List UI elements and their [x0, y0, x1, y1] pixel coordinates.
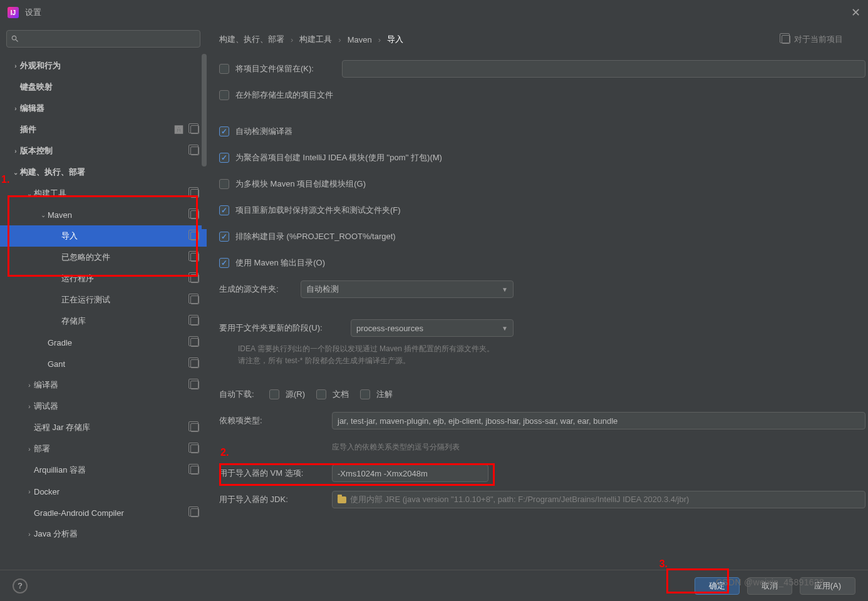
tree-item-13[interactable]: Gradle	[0, 332, 207, 353]
project-scope-icon	[782, 35, 790, 44]
chevron-right-icon: ›	[291, 35, 293, 44]
chevron-right-icon: ›	[378, 35, 381, 44]
settings-tree[interactable]: 外观和行为键盘映射编辑器插件🅰版本控制构建、执行、部署构建工具Maven导入已忽…	[0, 53, 207, 570]
project-scope-icon	[190, 253, 199, 262]
folder-icon	[338, 496, 346, 503]
hint-phase-2: 请注意，所有 test-* 阶段都会先生成并编译生产源。	[238, 355, 410, 367]
tree-label: 部署	[34, 443, 188, 455]
lbl-phase: 要用于文件夹更新的阶段(U):	[219, 322, 351, 334]
tree-label: 键盘映射	[20, 81, 199, 93]
cancel-button[interactable]: 取消	[747, 577, 792, 595]
chevron-right-icon	[25, 531, 34, 538]
chk-dl-src[interactable]	[269, 389, 279, 399]
chk-keep-src-test[interactable]	[219, 205, 229, 215]
chevron-down-icon	[39, 212, 48, 218]
lbl-dl-anno: 注解	[376, 389, 393, 400]
chevron-right-icon	[25, 488, 34, 495]
tree-item-7[interactable]: Maven	[0, 204, 207, 225]
tree-label: Maven	[48, 210, 188, 220]
project-scope-icon	[190, 359, 199, 368]
app-icon: IJ	[8, 7, 19, 18]
close-icon[interactable]: ✕	[851, 6, 860, 19]
tree-label: 运行程序	[61, 273, 188, 284]
lbl-keep-src-test: 项目重新加载时保持源文件夹和测试文件夹(F)	[235, 205, 401, 216]
input-deps[interactable]: jar, test-jar, maven-plugin, ejb, ejb-cl…	[332, 412, 865, 429]
tree-item-8[interactable]: 导入	[0, 225, 207, 247]
tree-label: 编译器	[34, 379, 188, 391]
select-gen-src[interactable]: 自动检测▼	[301, 280, 514, 298]
tree-item-5[interactable]: 构建、执行、部署	[0, 162, 207, 183]
crumb-current: 导入	[387, 34, 403, 45]
lbl-gen-src: 生成的源文件夹:	[219, 284, 301, 295]
input-keep-project[interactable]	[342, 60, 865, 78]
dialog-footer: ? 确定 取消 应用(A)	[0, 570, 868, 601]
project-scope-icon	[190, 338, 199, 347]
project-scope-icon	[190, 125, 199, 134]
tree-item-4[interactable]: 版本控制	[0, 140, 207, 162]
tree-item-0[interactable]: 外观和行为	[0, 55, 207, 76]
tree-item-3[interactable]: 插件🅰	[0, 119, 207, 140]
tree-item-18[interactable]: 部署	[0, 438, 207, 460]
tree-item-22[interactable]: Java 分析器	[0, 523, 207, 545]
chevron-down-icon: ▼	[502, 286, 508, 293]
crumb-tools[interactable]: 构建工具	[299, 34, 332, 45]
project-scope-icon	[190, 423, 199, 432]
chk-auto-detect[interactable]	[219, 126, 229, 136]
ok-button[interactable]: 确定	[695, 577, 740, 595]
lbl-vm: 用于导入器的 VM 选项:	[219, 468, 332, 479]
chevron-right-icon	[25, 403, 34, 410]
language-icon: 🅰	[175, 125, 183, 135]
tree-item-6[interactable]: 构建工具	[0, 183, 207, 204]
chk-dl-doc[interactable]	[316, 389, 326, 399]
tree-item-16[interactable]: 调试器	[0, 396, 207, 417]
tree-label: Docker	[34, 487, 199, 496]
project-scope-icon	[190, 466, 199, 475]
chevron-right-icon	[25, 382, 34, 389]
chk-aggregator[interactable]	[219, 153, 229, 163]
project-scope-icon	[190, 317, 199, 326]
tree-item-17[interactable]: 远程 Jar 存储库	[0, 417, 207, 438]
lbl-exclude-build: 排除构建目录 (%PROJECT_ROOT%/target)	[235, 231, 396, 242]
settings-content: 构建、执行、部署 › 构建工具 › Maven › 导入 对于当前项目 将项目文…	[207, 25, 868, 570]
tree-label: 已忽略的文件	[61, 252, 188, 263]
tree-item-10[interactable]: 运行程序	[0, 268, 207, 289]
tree-item-2[interactable]: 编辑器	[0, 98, 207, 119]
search-input[interactable]	[6, 30, 200, 48]
tree-item-14[interactable]: Gant	[0, 353, 207, 374]
tree-label: 版本控制	[20, 145, 188, 157]
chk-exclude-build[interactable]	[219, 232, 229, 242]
tree-item-15[interactable]: 编译器	[0, 374, 207, 396]
chk-use-output[interactable]	[219, 258, 229, 268]
input-vm-options[interactable]: -Xms1024m -Xmx2048m	[332, 465, 488, 482]
chevron-right-icon	[25, 446, 34, 453]
tree-item-1[interactable]: 键盘映射	[0, 76, 207, 98]
tree-item-12[interactable]: 存储库	[0, 311, 207, 332]
tree-item-9[interactable]: 已忽略的文件	[0, 247, 207, 268]
project-scope-icon	[190, 508, 199, 517]
tree-label: Gradle-Android Compiler	[34, 508, 188, 518]
tree-label: 外观和行为	[20, 60, 199, 71]
chk-dl-anno[interactable]	[360, 389, 370, 399]
chk-multimodule[interactable]	[219, 179, 229, 189]
tree-item-19[interactable]: Arquillian 容器	[0, 460, 207, 481]
chk-external-store[interactable]	[219, 90, 229, 100]
chk-keep-project[interactable]	[219, 64, 229, 74]
tree-label: 构建、执行、部署	[20, 167, 199, 178]
project-scope-icon	[190, 274, 199, 283]
apply-button[interactable]: 应用(A)	[800, 577, 855, 595]
project-scope-icon	[190, 444, 199, 453]
lbl-keep-project: 将项目文件保留在(K):	[235, 63, 342, 74]
tree-label: 导入	[61, 230, 188, 242]
tree-item-11[interactable]: 正在运行测试	[0, 289, 207, 311]
project-scope-icon	[190, 295, 199, 304]
crumb-maven[interactable]: Maven	[348, 35, 372, 44]
lbl-aggregator: 为聚合器项目创建 IntelliJ IDEA 模块(使用 ''pom'' 打包)…	[235, 152, 442, 163]
crumb-build[interactable]: 构建、执行、部署	[219, 34, 284, 45]
select-jdk[interactable]: 使用内部 JRE (java version "11.0.10+8", path…	[332, 491, 865, 508]
chevron-down-icon: ▼	[502, 325, 508, 332]
scrollbar[interactable]	[202, 54, 207, 229]
select-phase[interactable]: process-resources▼	[351, 319, 514, 337]
tree-item-20[interactable]: Docker	[0, 481, 207, 502]
help-button[interactable]: ?	[13, 578, 28, 593]
tree-item-21[interactable]: Gradle-Android Compiler	[0, 502, 207, 523]
